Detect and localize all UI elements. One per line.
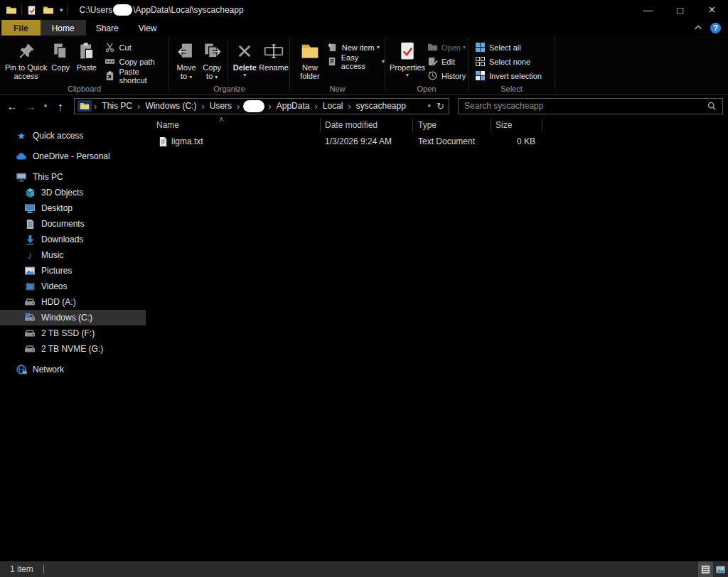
collapse-ribbon-icon[interactable]: [693, 23, 703, 33]
help-icon[interactable]: ?: [710, 23, 721, 33]
search-input[interactable]: [459, 101, 707, 111]
history-button[interactable]: History: [427, 69, 466, 82]
column-header-name[interactable]: Name: [156, 120, 179, 130]
invert-selection-icon: [474, 70, 486, 82]
tab-share[interactable]: Share: [86, 20, 129, 36]
copy-icon: [50, 40, 70, 63]
sidebar-item-2tb-ssd-f[interactable]: 2 TB SSD (F:): [0, 325, 146, 341]
column-header-type[interactable]: Type: [418, 120, 437, 130]
hdd-drive-icon: [24, 296, 36, 308]
search-icon[interactable]: [707, 101, 722, 111]
breadcrumb-this-pc[interactable]: This PC: [99, 101, 135, 111]
sidebar-item-2tb-nvme-g[interactable]: 2 TB NVME (G:): [0, 341, 146, 357]
downloads-arrow-icon: [24, 234, 36, 245]
breadcrumb-syscacheapp[interactable]: syscacheapp: [353, 101, 409, 111]
sidebar-item-documents[interactable]: Documents: [0, 216, 146, 232]
group-label-organize: Organize: [169, 85, 289, 93]
sidebar-item-hdd-a[interactable]: HDD (A:): [0, 294, 146, 310]
ribbon-group-organize: Move to ▾ Copy to ▾ Delete▾ Rename Organ…: [169, 36, 289, 95]
sort-ascending-icon: ˄: [219, 115, 224, 125]
breadcrumb-windows-c[interactable]: Windows (C:): [142, 101, 199, 111]
new-item-dropdown-icon: ▾: [377, 44, 380, 50]
select-none-button[interactable]: Select none: [474, 55, 542, 68]
details-view-button[interactable]: [698, 561, 713, 577]
minimize-button[interactable]: —: [632, 0, 664, 20]
rename-button[interactable]: Rename: [258, 38, 289, 72]
window-controls: — □ ×: [632, 0, 728, 20]
sidebar-item-this-pc[interactable]: This PC: [0, 169, 146, 185]
qat-new-folder-icon[interactable]: [43, 4, 54, 16]
tab-view[interactable]: View: [129, 20, 167, 36]
up-button[interactable]: ↑: [51, 100, 70, 112]
copy-path-button[interactable]: Copy path: [105, 55, 168, 68]
address-history-chevron-icon[interactable]: ▾: [428, 102, 432, 109]
cut-button[interactable]: Cut: [105, 41, 168, 54]
sidebar-item-quick-access[interactable]: ★ Quick access: [0, 128, 146, 144]
ribbon-group-select: Select all Select none Invert selection …: [469, 36, 555, 95]
edit-button[interactable]: Edit: [427, 55, 466, 68]
sidebar-item-videos[interactable]: Videos: [0, 279, 146, 294]
sidebar-item-windows-c[interactable]: Windows (C:): [0, 310, 146, 325]
paste-shortcut-button[interactable]: Paste shortcut: [105, 69, 168, 82]
new-item-button[interactable]: New item ▾: [327, 41, 385, 54]
delete-button[interactable]: Delete▾: [231, 38, 258, 80]
sidebar-label: This PC: [33, 172, 63, 182]
sidebar-label: Documents: [41, 219, 85, 229]
column-separator[interactable]: [491, 119, 491, 131]
open-button[interactable]: Open ▾: [427, 41, 466, 54]
refresh-icon[interactable]: ↻: [437, 101, 444, 112]
desktop-monitor-icon: [24, 203, 36, 214]
qat-customize-chevron-icon[interactable]: ▾: [60, 6, 63, 14]
new-item-label: New item: [342, 43, 375, 52]
breadcrumb-appdata[interactable]: AppData: [274, 101, 313, 111]
new-folder-button[interactable]: New folder: [296, 38, 324, 80]
cut-icon: [105, 42, 116, 53]
ribbon-tabs: File Home Share View ?: [0, 20, 728, 36]
forward-button[interactable]: →: [21, 100, 40, 112]
recent-locations-chevron-icon[interactable]: ▾: [40, 102, 51, 109]
tab-home[interactable]: Home: [41, 20, 86, 36]
sidebar-item-pictures[interactable]: Pictures: [0, 263, 146, 279]
file-name: ligma.txt: [171, 136, 203, 146]
copy-button[interactable]: Copy: [48, 38, 73, 72]
ribbon-group-open: Properties▾ Open ▾ Edit History: [385, 36, 468, 95]
pin-to-quick-access-button[interactable]: Pin to Quick access: [4, 38, 48, 80]
sidebar-item-music[interactable]: ♪ Music: [0, 247, 146, 263]
copy-path-label: Copy path: [119, 58, 155, 66]
back-button[interactable]: ←: [3, 100, 21, 112]
invert-selection-button[interactable]: Invert selection: [474, 69, 542, 82]
column-separator[interactable]: [542, 119, 542, 131]
select-none-icon: [474, 56, 486, 68]
thumbnails-view-button[interactable]: [713, 561, 728, 577]
sidebar-item-desktop[interactable]: Desktop: [0, 200, 146, 216]
maximize-button[interactable]: □: [664, 0, 696, 20]
column-separator[interactable]: [412, 119, 413, 131]
easy-access-button[interactable]: Easy access ▾: [327, 55, 385, 68]
paste-button[interactable]: Paste: [73, 38, 100, 72]
breadcrumb-users[interactable]: Users: [207, 101, 235, 111]
close-button[interactable]: ×: [696, 0, 728, 20]
sidebar-item-network[interactable]: Network: [0, 362, 146, 377]
redacted-username-crumb-blob: [243, 100, 264, 112]
column-separator[interactable]: [320, 119, 321, 131]
column-header-date-modified[interactable]: Date modified: [325, 120, 378, 130]
move-to-button[interactable]: Move to ▾: [173, 38, 199, 82]
sidebar-item-3d-objects[interactable]: 3D Objects: [0, 185, 146, 200]
breadcrumb-local[interactable]: Local: [320, 101, 346, 111]
file-row-ligma-txt[interactable]: ligma.txt 1/3/2026 9:24 AM Text Document…: [146, 134, 728, 149]
column-header-size[interactable]: Size: [496, 120, 512, 130]
ssd-drive-icon: [24, 328, 36, 339]
sidebar-label: Network: [33, 365, 64, 374]
copy-to-button[interactable]: Copy to ▾: [199, 38, 225, 82]
copy-label: Copy: [51, 63, 70, 72]
sidebar-item-onedrive[interactable]: OneDrive - Personal: [0, 149, 146, 164]
crumb-separator-icon: ›: [312, 101, 319, 112]
qat-properties-icon[interactable]: [26, 5, 37, 16]
status-divider: [43, 565, 44, 573]
properties-button[interactable]: Properties▾: [388, 38, 427, 80]
group-separator-5: [555, 38, 555, 90]
select-all-button[interactable]: Select all: [474, 41, 542, 54]
tab-file[interactable]: File: [1, 20, 41, 36]
address-bar[interactable]: › This PC › Windows (C:) › Users › › App…: [74, 98, 449, 114]
sidebar-item-downloads[interactable]: Downloads: [0, 232, 146, 247]
